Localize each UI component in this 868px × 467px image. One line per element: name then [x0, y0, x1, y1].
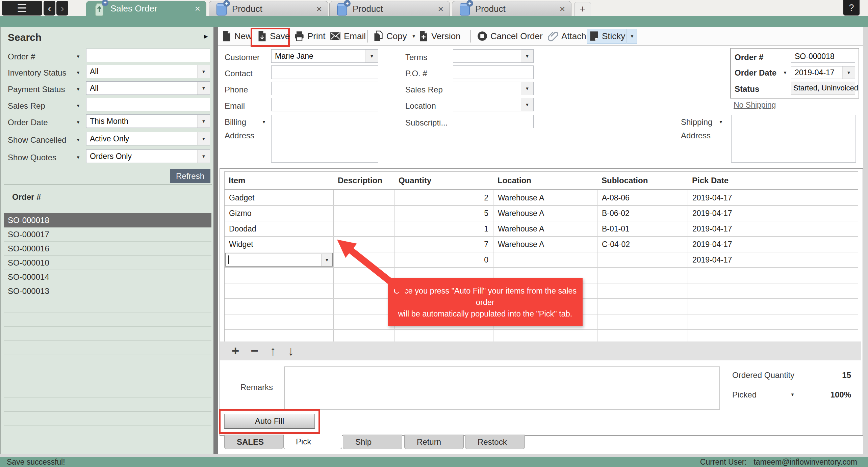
no-shipping-link[interactable]: No Shipping	[734, 101, 776, 110]
tab-product-3[interactable]: + Product ×	[452, 1, 571, 17]
version-button[interactable]: Version	[419, 27, 461, 45]
hamburger-menu-button[interactable]: ☰	[2, 1, 42, 16]
table-row[interactable]: Gizmo 5 Warehouse A B-06-02 2019-04-17	[225, 206, 858, 221]
refresh-button[interactable]: Refresh	[170, 169, 210, 183]
remove-row-icon[interactable]: −	[251, 345, 258, 357]
order-list-empty-row	[4, 440, 211, 454]
remarks-label: Remarks	[240, 383, 273, 392]
order-date-caret-icon[interactable]: ▼	[783, 70, 787, 75]
tab-close-icon[interactable]: ×	[438, 4, 443, 14]
order-number-input[interactable]: SO-000018	[791, 50, 855, 63]
chevron-down-icon[interactable]: ▼	[842, 66, 855, 79]
search-show-quotes-select[interactable]: Orders Only ▼	[86, 149, 210, 163]
label-caret-icon[interactable]: ▼	[76, 70, 80, 75]
sticky-dropdown-button[interactable]: ▼	[627, 29, 637, 44]
search-show-cancelled-select[interactable]: Active Only ▼	[86, 132, 210, 145]
add-row-icon[interactable]: +	[232, 345, 239, 357]
remarks-textarea[interactable]	[284, 366, 720, 410]
tab-close-icon[interactable]: ×	[195, 4, 200, 13]
tab-pick[interactable]: Pick	[283, 435, 342, 449]
order-list-item[interactable]: SO-000013	[4, 284, 211, 298]
tab-sales[interactable]: SALES	[224, 435, 283, 449]
picked-caret-icon[interactable]: ▼	[790, 392, 795, 397]
order-list-empty-row	[4, 355, 211, 369]
chevron-down-icon[interactable]: ▼	[197, 150, 210, 163]
column-header-item: Item	[225, 176, 334, 185]
label-caret-icon[interactable]: ▼	[76, 137, 80, 142]
auto-fill-button[interactable]: Auto Fill	[224, 414, 315, 429]
tab-restock[interactable]: Restock	[465, 435, 525, 449]
new-button[interactable]: New	[222, 27, 252, 45]
sticky-button[interactable]: Sticky	[589, 27, 625, 45]
label-caret-icon[interactable]: ▼	[76, 120, 80, 125]
chevron-down-icon[interactable]: ▼	[197, 115, 210, 128]
email-button[interactable]: Email	[330, 27, 366, 45]
shipping-address-caret-icon[interactable]: ▼	[719, 119, 723, 125]
tab-ship[interactable]: Ship	[343, 435, 402, 449]
chevron-down-icon[interactable]: ▼	[521, 82, 533, 95]
customer-select[interactable]: Marie Jane ▼	[271, 49, 378, 63]
back-button[interactable]: ‹	[44, 1, 55, 16]
tab-close-icon[interactable]: ×	[316, 4, 322, 14]
copy-dropdown-icon[interactable]: ▼	[412, 34, 416, 39]
search-order-date-label: Order Date	[8, 118, 48, 127]
shipping-address-textarea[interactable]	[731, 115, 856, 163]
order-list-empty-row	[4, 312, 211, 327]
chevron-down-icon[interactable]: ▼	[365, 50, 378, 62]
label-caret-icon[interactable]: ▼	[76, 87, 80, 92]
phone-input[interactable]	[271, 82, 378, 95]
sales-rep-select[interactable]: ▼	[453, 82, 534, 95]
print-button[interactable]: Print	[294, 27, 325, 45]
search-inventory-status-select[interactable]: All ▼	[86, 65, 210, 78]
tab-close-icon[interactable]: ×	[560, 4, 565, 14]
move-down-icon[interactable]: ↓	[287, 345, 294, 357]
chevron-down-icon[interactable]: ▼	[197, 65, 210, 78]
table-row[interactable]: Doodad 1 Warehouse A B-01-01 2019-04-17	[225, 221, 858, 237]
subscription-input[interactable]	[453, 115, 534, 128]
new-tab-button[interactable]: +	[574, 2, 591, 16]
move-up-icon[interactable]: ↑	[270, 345, 276, 357]
tab-product-1[interactable]: + Product ×	[209, 1, 328, 17]
email-input[interactable]	[271, 98, 378, 111]
order-list-item[interactable]: SO-000016	[4, 242, 211, 256]
tab-return[interactable]: Return	[404, 435, 464, 449]
item-combobox[interactable]: ▼	[225, 253, 333, 267]
po-number-label: P.O. #	[405, 69, 427, 78]
order-list-item[interactable]: SO-000014	[4, 270, 211, 284]
search-order-number-input[interactable]	[86, 49, 210, 62]
label-caret-icon[interactable]: ▼	[76, 155, 80, 160]
table-row-editing[interactable]: ▼ 0 2019-04-17	[225, 252, 858, 268]
terms-select[interactable]: ▼	[453, 49, 534, 63]
order-list-item[interactable]: SO-000017	[4, 227, 211, 242]
contact-input[interactable]	[271, 65, 378, 79]
order-list-item[interactable]: SO-000018	[4, 213, 211, 227]
search-sales-rep-input[interactable]	[86, 98, 210, 111]
cancel-order-button[interactable]: Cancel Order	[477, 27, 543, 45]
save-button[interactable]: Save	[257, 27, 290, 45]
location-select[interactable]: ▼	[453, 98, 534, 111]
billing-address-caret-icon[interactable]: ▼	[262, 119, 266, 125]
chevron-down-icon[interactable]: ▼	[521, 98, 533, 111]
order-list-item[interactable]: SO-000010	[4, 256, 211, 270]
tab-sales-order[interactable]: + Sales Order ×	[86, 1, 206, 16]
label-caret-icon[interactable]: ▼	[76, 103, 80, 108]
search-order-date-select[interactable]: This Month ▼	[86, 114, 210, 128]
table-row[interactable]: Gadget 2 Warehouse A A-08-06 2019-04-17	[225, 190, 858, 206]
billing-address-textarea[interactable]	[271, 115, 378, 163]
po-number-input[interactable]	[453, 65, 534, 79]
panel-splitter[interactable]	[213, 27, 218, 454]
search-show-cancelled-label: Show Cancelled	[8, 135, 66, 145]
forward-button[interactable]: ›	[56, 1, 68, 16]
order-date-select[interactable]: 2019-04-17 ▼	[791, 66, 855, 79]
chevron-down-icon[interactable]: ▼	[197, 132, 210, 145]
chevron-down-icon[interactable]: ▼	[197, 82, 210, 94]
chevron-down-icon[interactable]: ▼	[521, 50, 533, 62]
copy-button[interactable]: Copy ▼	[373, 27, 416, 45]
order-list-empty-row	[4, 341, 211, 355]
collapse-panel-icon[interactable]: ►	[203, 33, 209, 40]
label-caret-icon[interactable]: ▼	[76, 54, 80, 59]
table-row[interactable]: Widget 7 Warehouse A C-04-02 2019-04-17	[225, 237, 858, 252]
help-button[interactable]: ?	[843, 0, 860, 16]
search-payment-status-select[interactable]: All ▼	[86, 81, 210, 95]
tab-product-2[interactable]: + Product ×	[329, 1, 450, 17]
